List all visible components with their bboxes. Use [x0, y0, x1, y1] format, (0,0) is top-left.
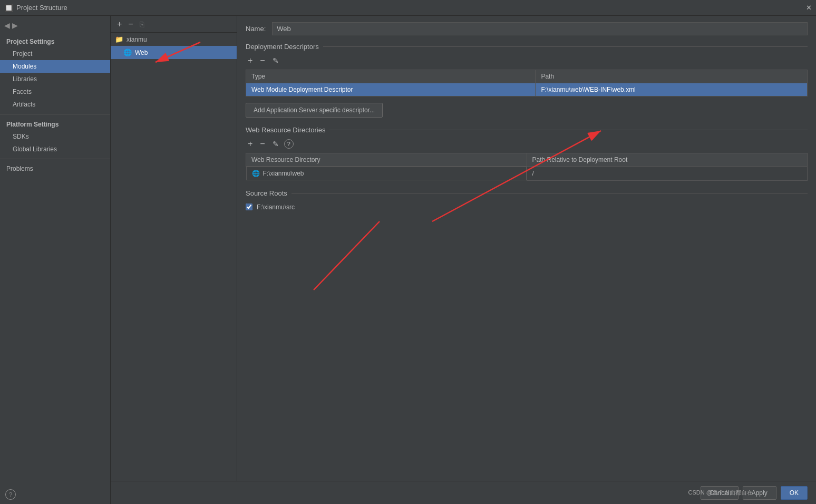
tree-item-web[interactable]: 🌐 Web [111, 46, 237, 59]
forward-arrow[interactable]: ▶ [12, 21, 18, 30]
webres-dir-label: F:\xianmu\web [263, 170, 304, 177]
add-server-descriptor-button[interactable]: Add Application Server specific descript… [246, 103, 383, 118]
tree-item-xianmu[interactable]: 📁 xianmu [111, 33, 237, 46]
deployment-table: Type Path Web Module Deployment Descript… [246, 70, 808, 96]
source-roots-section: Source Roots F:\xianmu\src [246, 189, 808, 213]
descriptor-path: F:\xianmu\web\WEB-INF\web.xml [536, 83, 808, 96]
deployment-toolbar: + − ✎ [246, 55, 808, 66]
app-icon: 🔲 [4, 4, 13, 12]
titlebar-controls: ✕ [806, 4, 812, 12]
platform-settings-section: Platform Settings SDKs Global Libraries [0, 118, 110, 156]
tree-item-label: xianmu [127, 36, 147, 43]
table-row[interactable]: Web Module Deployment Descriptor F:\xian… [246, 83, 808, 96]
deployment-descriptors-title-row: Deployment Descriptors [246, 43, 808, 51]
table-row[interactable]: 🌐 F:\xianmu\web / [246, 167, 808, 181]
module-tree-toolbar: + − ⎘ [111, 16, 237, 33]
add-webres-button[interactable]: + [246, 138, 255, 150]
watermark: CSDN @各个方面都自在 [688, 489, 753, 497]
titlebar: 🔲 Project Structure ✕ [0, 0, 816, 16]
module-tree: + − ⎘ 📁 xianmu 🌐 Web [111, 16, 237, 481]
sidebar-item-global-libraries[interactable]: Global Libraries [0, 143, 110, 156]
source-root-label: F:\xianmu\src [257, 203, 295, 211]
source-root-checkbox[interactable] [246, 203, 252, 210]
webres-col-path: Path Relative to Deployment Root [527, 153, 808, 167]
sidebar-item-project[interactable]: Project [0, 47, 110, 60]
project-settings-label: Project Settings [0, 35, 110, 47]
source-root-item: F:\xianmu\src [246, 201, 808, 213]
webres-path: / [527, 167, 808, 181]
sidebar-item-sdks[interactable]: SDKs [0, 130, 110, 143]
edit-webres-button[interactable]: ✎ [270, 139, 281, 149]
webres-col-dir: Web Resource Directory [246, 153, 527, 167]
add-descriptor-button[interactable]: + [246, 55, 255, 66]
remove-webres-button[interactable]: − [258, 138, 267, 150]
source-roots-line [292, 193, 808, 193]
sidebar-item-problems[interactable]: Problems [0, 162, 110, 175]
sidebar-item-facets[interactable]: Facets [0, 85, 110, 98]
source-roots-title: Source Roots [246, 189, 287, 197]
deployment-descriptors-section: Deployment Descriptors + − ✎ Type [246, 43, 808, 118]
module-icon: 🌐 [123, 49, 132, 56]
sidebar-item-modules[interactable]: Modules [0, 60, 110, 73]
remove-module-button[interactable]: − [126, 18, 135, 30]
deployment-descriptors-title: Deployment Descriptors [246, 43, 319, 51]
source-roots-title-row: Source Roots [246, 189, 808, 197]
web-resource-title: Web Resource Directories [246, 126, 325, 134]
ok-button[interactable]: OK [781, 486, 808, 500]
module-tree-items: 📁 xianmu 🌐 Web [111, 33, 237, 481]
web-resource-directories-section: Web Resource Directories + − ✎ ? [246, 126, 808, 181]
deployment-col-path: Path [536, 70, 808, 83]
folder-icon: 📁 [115, 35, 123, 43]
name-input[interactable] [272, 22, 808, 35]
titlebar-left: 🔲 Project Structure [4, 4, 67, 12]
help-icon[interactable]: ? [5, 489, 16, 500]
add-module-button[interactable]: + [115, 18, 124, 30]
sidebar-divider2 [0, 159, 110, 159]
name-label: Name: [246, 25, 266, 33]
nav-arrows: ◀ ▶ [0, 16, 110, 35]
titlebar-title: Project Structure [16, 4, 67, 12]
sidebar-divider [0, 114, 110, 114]
back-arrow[interactable]: ◀ [4, 21, 10, 30]
sidebar: ◀ ▶ Project Settings Project Modules Lib… [0, 16, 111, 504]
web-resource-toolbar: + − ✎ ? [246, 138, 808, 150]
detail-panel: Name: Deployment Descriptors + − ✎ [237, 16, 816, 481]
webres-table: Web Resource Directory Path Relative to … [246, 153, 808, 181]
web-resource-title-row: Web Resource Directories [246, 126, 808, 134]
name-row: Name: [246, 22, 808, 35]
close-icon[interactable]: ✕ [806, 4, 812, 12]
remove-descriptor-button[interactable]: − [258, 55, 267, 66]
platform-settings-label: Platform Settings [0, 118, 110, 130]
copy-module-button[interactable]: ⎘ [138, 19, 146, 30]
webres-directory: 🌐 F:\xianmu\web [246, 167, 527, 180]
webres-dir-icon: 🌐 [252, 170, 260, 177]
project-settings-section: Project Settings Project Modules Librari… [0, 35, 110, 111]
sidebar-item-libraries[interactable]: Libraries [0, 73, 110, 85]
edit-descriptor-button[interactable]: ✎ [270, 55, 281, 66]
help-webres-button[interactable]: ? [284, 139, 294, 149]
web-resource-line [329, 130, 808, 130]
sidebar-item-artifacts[interactable]: Artifacts [0, 98, 110, 111]
tree-item-web-label: Web [135, 49, 148, 56]
deployment-descriptors-line [323, 46, 808, 47]
descriptor-type: Web Module Deployment Descriptor [246, 83, 536, 96]
deployment-col-type: Type [246, 70, 536, 83]
